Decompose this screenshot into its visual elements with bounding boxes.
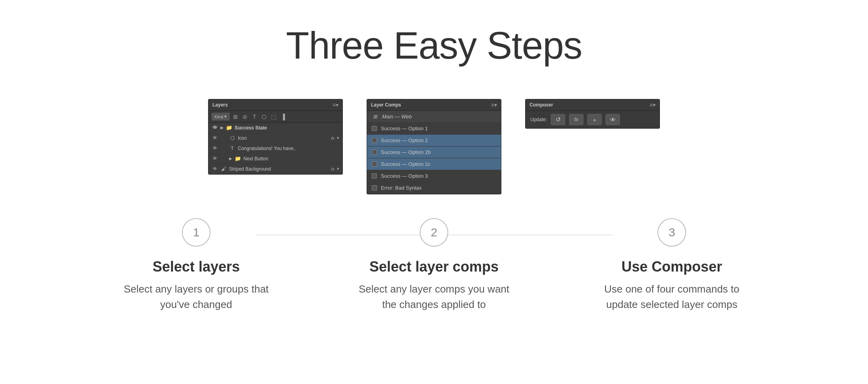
eye-icon-next-button[interactable]: 👁	[212, 156, 218, 162]
composer-toolbar: Update: ↺ fx + 👁	[526, 111, 660, 128]
step-3-desc: Use one of four commands to update selec…	[589, 281, 755, 312]
folder-icon-success-state: 📁	[226, 125, 232, 131]
kind-dropdown[interactable]: Kind ▾	[212, 113, 229, 120]
composer-btn-eye[interactable]: 👁	[606, 114, 620, 125]
toolbar-icon-adjust[interactable]: ▐	[279, 114, 287, 120]
eye-icon-success-state[interactable]: 👁	[212, 125, 218, 131]
comp-name-success-opt2c: Success — Option 2c	[381, 161, 430, 167]
step-3-title: Use Composer	[621, 259, 722, 275]
layer-row-icon[interactable]: 👁 ⬡ Icon fx ▾	[208, 133, 342, 143]
layer-row-next-button[interactable]: 👁 ▶ 📁 Next Button	[208, 154, 342, 164]
comp-checkbox-opt1[interactable]	[372, 126, 377, 131]
step-3: 3 Use Composer Use one of four commands …	[553, 218, 791, 312]
toolbar-icon-shape[interactable]: ⬡	[260, 114, 268, 120]
comp-name-success-opt3: Success — Option 3	[381, 173, 428, 179]
layer-name-striped-bg: Striped Background	[229, 166, 329, 172]
comp-row-success-opt2[interactable]: Success — Option 2	[367, 135, 501, 146]
layer-name-congrats: Congratulations! You have..	[238, 146, 339, 151]
thumb-striped-bg: 🖌	[220, 166, 227, 172]
toolbar-icon-circle[interactable]: ⊘	[241, 114, 249, 120]
layer-comps-panel-header: Layer Comps ≡▾	[367, 99, 501, 111]
folder-arrow-success-state[interactable]: ▶	[220, 125, 224, 130]
toolbar-icon-image[interactable]: ⊞	[232, 114, 239, 120]
thumb-icon: ⬡	[229, 135, 235, 141]
layer-comps-panel-title: Layer Comps	[371, 102, 401, 108]
step-1-title: Select layers	[153, 259, 240, 275]
comp-checkbox-opt2[interactable]	[372, 138, 377, 143]
layers-panel-menu-icon[interactable]: ≡▾	[333, 102, 338, 108]
comp-row-error-syntax[interactable]: Error: Bad Syntax	[367, 182, 501, 194]
composer-btn-fx[interactable]: fx	[569, 114, 583, 125]
comp-name-success-opt2b: Success — Option 2b	[381, 149, 431, 155]
layer-comps-panel: Layer Comps ≡▾ ⊞ Main — Web Success — Op…	[367, 99, 501, 194]
composer-panel: Composer ≡▾ Update: ↺ fx + 👁	[525, 99, 660, 129]
fx-badge-striped-bg: fx	[331, 167, 335, 171]
step-3-circle: 3	[658, 218, 686, 247]
step-2-title: Select layer comps	[369, 259, 499, 275]
steps-row: 1 Select layers Select any layers or gro…	[40, 218, 828, 312]
step-2-number: 2	[431, 226, 438, 239]
eye-icon-striped-bg[interactable]: 👁	[212, 166, 218, 172]
comp-checkbox-opt2b[interactable]	[372, 150, 377, 155]
thumb-congrats: T	[229, 145, 235, 151]
eye-icon-icon[interactable]: 👁	[212, 135, 218, 141]
update-label: Update:	[530, 117, 547, 122]
layers-toolbar: Kind ▾ ⊞ ⊘ T ⬡ ⬚ ▐	[208, 111, 342, 123]
comp-name-main-web: Main — Web	[382, 114, 412, 120]
comp-row-main-web[interactable]: ⊞ Main — Web	[367, 111, 501, 123]
layer-row-success-state[interactable]: 👁 ▶ 📁 Success State	[208, 123, 342, 133]
page-title: Three Easy Steps	[40, 24, 828, 67]
composer-panel-title: Composer	[530, 102, 553, 108]
step-2: 2 Select layer comps Select any layer co…	[315, 218, 553, 312]
chevron-icon: ▾	[337, 135, 339, 141]
comp-row-success-opt3[interactable]: Success — Option 3	[367, 170, 501, 182]
chevron-striped-bg: ▾	[337, 166, 339, 171]
layers-panel-title: Layers	[212, 102, 228, 108]
layer-comps-panel-menu-icon[interactable]: ≡▾	[491, 102, 497, 108]
composer-btn-refresh[interactable]: ↺	[551, 114, 565, 125]
comp-name-success-opt1: Success — Option 1	[381, 125, 428, 131]
kind-arrow: ▾	[224, 114, 227, 119]
step-2-circle: 2	[420, 218, 448, 247]
comp-checkbox-opt2c[interactable]	[372, 162, 377, 167]
comp-checkbox-error[interactable]	[372, 185, 377, 190]
layers-panel: Layers ≡▾ Kind ▾ ⊞ ⊘ T ⬡ ⬚ ▐ 👁 ▶ 📁 S	[208, 99, 343, 175]
eye-icon-congrats[interactable]: 👁	[212, 145, 218, 151]
step-1: 1 Select layers Select any layers or gro…	[77, 218, 315, 312]
step-1-circle: 1	[182, 218, 210, 247]
thumb-next-button: 📁	[235, 156, 241, 162]
fx-badge-icon: fx	[331, 136, 335, 141]
toolbar-icon-text[interactable]: T	[251, 114, 258, 120]
kind-label: Kind	[214, 114, 223, 119]
layer-name-success-state: Success State	[235, 125, 339, 131]
comp-row-success-opt1[interactable]: Success — Option 1	[367, 123, 501, 135]
layer-row-striped-bg[interactable]: 👁 🖌 Striped Background fx ▾	[208, 164, 342, 174]
comp-checkbox-opt3[interactable]	[372, 173, 377, 179]
comp-row-success-opt2c[interactable]: Success — Option 2c	[367, 158, 501, 170]
comp-icon-main: ⊞	[372, 114, 378, 120]
composer-btn-add[interactable]: +	[587, 114, 602, 125]
folder-arrow-next-button[interactable]: ▶	[229, 156, 232, 161]
step-3-number: 3	[669, 226, 675, 239]
toolbar-icon-artboard[interactable]: ⬚	[270, 114, 277, 120]
composer-panel-menu-icon[interactable]: ≡▾	[650, 102, 656, 108]
comp-name-error-syntax: Error: Bad Syntax	[381, 185, 422, 191]
page-wrapper: Three Easy Steps Layers ≡▾ Kind ▾ ⊞ ⊘ T …	[0, 0, 868, 344]
layers-panel-header: Layers ≡▾	[208, 99, 342, 111]
layer-row-congrats[interactable]: 👁 T Congratulations! You have..	[208, 143, 342, 154]
layer-name-icon: Icon	[238, 135, 329, 141]
composer-panel-header: Composer ≡▾	[526, 99, 660, 111]
screenshots-row: Layers ≡▾ Kind ▾ ⊞ ⊘ T ⬡ ⬚ ▐ 👁 ▶ 📁 S	[40, 99, 828, 194]
comp-name-success-opt2: Success — Option 2	[381, 137, 428, 143]
layer-name-next-button: Next Button	[243, 156, 339, 162]
comp-row-success-opt2b[interactable]: Success — Option 2b	[367, 146, 501, 158]
step-1-number: 1	[193, 226, 200, 239]
step-2-desc: Select any layer comps you want the chan…	[351, 281, 517, 312]
step-1-desc: Select any layers or groups that you've …	[113, 281, 279, 312]
